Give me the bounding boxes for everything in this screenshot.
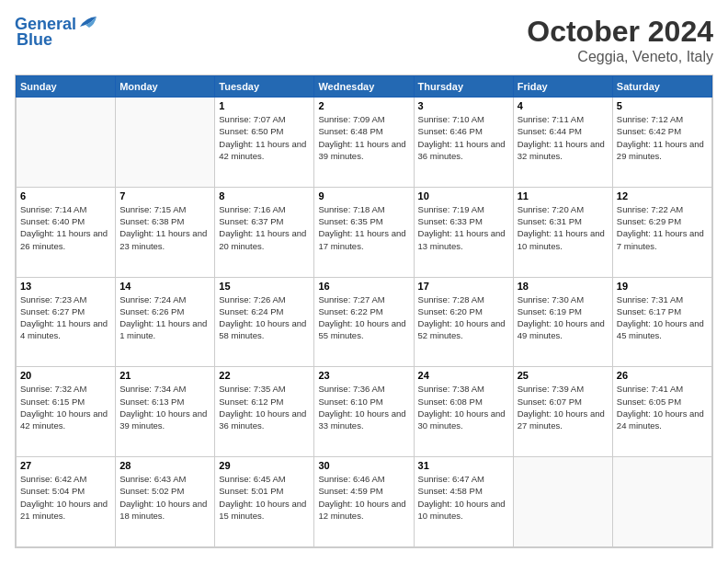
calendar-cell: 6Sunrise: 7:14 AM Sunset: 6:40 PM Daylig… <box>17 187 116 277</box>
weekday-row: SundayMondayTuesdayWednesdayThursdayFrid… <box>17 76 712 98</box>
day-number: 6 <box>20 190 111 201</box>
calendar-header: SundayMondayTuesdayWednesdayThursdayFrid… <box>17 76 712 98</box>
calendar-week-row: 27Sunrise: 6:42 AM Sunset: 5:04 PM Dayli… <box>17 457 712 547</box>
day-info: Sunrise: 7:26 AM Sunset: 6:24 PM Dayligh… <box>219 293 310 342</box>
calendar-cell: 27Sunrise: 6:42 AM Sunset: 5:04 PM Dayli… <box>17 457 116 547</box>
day-info: Sunrise: 7:10 AM Sunset: 6:46 PM Dayligh… <box>418 113 509 162</box>
calendar-cell: 9Sunrise: 7:18 AM Sunset: 6:35 PM Daylig… <box>314 187 414 277</box>
day-number: 19 <box>617 281 708 292</box>
logo-wing-icon <box>78 16 98 29</box>
calendar-cell: 23Sunrise: 7:36 AM Sunset: 6:10 PM Dayli… <box>314 367 414 457</box>
header: General Blue October 2024 Ceggia, Veneto… <box>15 15 713 65</box>
weekday-header: Thursday <box>414 76 513 98</box>
day-info: Sunrise: 7:32 AM Sunset: 6:15 PM Dayligh… <box>20 383 111 431</box>
day-number: 16 <box>318 281 409 292</box>
calendar-cell: 4Sunrise: 7:11 AM Sunset: 6:44 PM Daylig… <box>513 98 612 188</box>
day-info: Sunrise: 7:20 AM Sunset: 6:31 PM Dayligh… <box>518 203 609 252</box>
weekday-header: Friday <box>513 76 612 98</box>
day-info: Sunrise: 7:30 AM Sunset: 6:19 PM Dayligh… <box>518 293 609 342</box>
calendar-subtitle: Ceggia, Veneto, Italy <box>527 49 713 65</box>
calendar-cell: 16Sunrise: 7:27 AM Sunset: 6:22 PM Dayli… <box>314 277 414 367</box>
day-info: Sunrise: 7:27 AM Sunset: 6:22 PM Dayligh… <box>318 293 409 342</box>
calendar-cell: 7Sunrise: 7:15 AM Sunset: 6:38 PM Daylig… <box>116 187 215 277</box>
day-info: Sunrise: 6:46 AM Sunset: 4:59 PM Dayligh… <box>318 473 409 522</box>
weekday-header: Wednesday <box>314 76 414 98</box>
day-number: 24 <box>418 370 509 381</box>
day-number: 23 <box>318 370 409 381</box>
day-info: Sunrise: 6:43 AM Sunset: 5:02 PM Dayligh… <box>119 473 210 522</box>
day-number: 4 <box>518 100 609 111</box>
day-number: 28 <box>119 460 210 471</box>
calendar-cell: 29Sunrise: 6:45 AM Sunset: 5:01 PM Dayli… <box>215 457 314 547</box>
day-info: Sunrise: 7:16 AM Sunset: 6:37 PM Dayligh… <box>219 203 310 252</box>
day-number: 29 <box>219 460 310 471</box>
day-number: 2 <box>318 100 409 111</box>
day-number: 13 <box>20 281 111 292</box>
calendar-cell: 12Sunrise: 7:22 AM Sunset: 6:29 PM Dayli… <box>612 187 711 277</box>
weekday-header: Monday <box>116 76 215 98</box>
calendar-cell: 24Sunrise: 7:38 AM Sunset: 6:08 PM Dayli… <box>414 367 513 457</box>
day-info: Sunrise: 7:24 AM Sunset: 6:26 PM Dayligh… <box>119 293 210 342</box>
day-number: 27 <box>20 460 111 471</box>
day-info: Sunrise: 7:28 AM Sunset: 6:20 PM Dayligh… <box>418 293 509 342</box>
day-info: Sunrise: 7:15 AM Sunset: 6:38 PM Dayligh… <box>119 203 210 252</box>
calendar-cell <box>17 98 116 188</box>
day-info: Sunrise: 7:07 AM Sunset: 6:50 PM Dayligh… <box>219 113 310 162</box>
calendar-cell: 13Sunrise: 7:23 AM Sunset: 6:27 PM Dayli… <box>17 277 116 367</box>
weekday-header: Sunday <box>17 76 116 98</box>
day-number: 18 <box>518 281 609 292</box>
day-number: 1 <box>219 100 310 111</box>
calendar-cell: 3Sunrise: 7:10 AM Sunset: 6:46 PM Daylig… <box>414 98 513 188</box>
day-number: 14 <box>119 281 210 292</box>
calendar-cell: 19Sunrise: 7:31 AM Sunset: 6:17 PM Dayli… <box>612 277 711 367</box>
calendar-cell: 11Sunrise: 7:20 AM Sunset: 6:31 PM Dayli… <box>513 187 612 277</box>
day-info: Sunrise: 7:23 AM Sunset: 6:27 PM Dayligh… <box>20 293 111 342</box>
calendar-week-row: 20Sunrise: 7:32 AM Sunset: 6:15 PM Dayli… <box>17 367 712 457</box>
day-number: 9 <box>318 190 409 201</box>
calendar: SundayMondayTuesdayWednesdayThursdayFrid… <box>15 75 713 548</box>
calendar-body: 1Sunrise: 7:07 AM Sunset: 6:50 PM Daylig… <box>17 98 712 547</box>
calendar-cell <box>612 457 711 547</box>
day-number: 7 <box>119 190 210 201</box>
title-block: October 2024 Ceggia, Veneto, Italy <box>527 15 713 65</box>
calendar-cell: 20Sunrise: 7:32 AM Sunset: 6:15 PM Dayli… <box>17 367 116 457</box>
calendar-cell: 5Sunrise: 7:12 AM Sunset: 6:42 PM Daylig… <box>612 98 711 188</box>
day-info: Sunrise: 7:11 AM Sunset: 6:44 PM Dayligh… <box>518 113 609 162</box>
calendar-table: SundayMondayTuesdayWednesdayThursdayFrid… <box>16 75 712 547</box>
weekday-header: Saturday <box>612 76 711 98</box>
page: General Blue October 2024 Ceggia, Veneto… <box>0 0 728 563</box>
calendar-cell: 2Sunrise: 7:09 AM Sunset: 6:48 PM Daylig… <box>314 98 414 188</box>
calendar-cell: 18Sunrise: 7:30 AM Sunset: 6:19 PM Dayli… <box>513 277 612 367</box>
calendar-title: October 2024 <box>527 15 713 49</box>
day-number: 11 <box>518 190 609 201</box>
day-info: Sunrise: 7:14 AM Sunset: 6:40 PM Dayligh… <box>20 203 111 252</box>
calendar-cell: 10Sunrise: 7:19 AM Sunset: 6:33 PM Dayli… <box>414 187 513 277</box>
calendar-week-row: 6Sunrise: 7:14 AM Sunset: 6:40 PM Daylig… <box>17 187 712 277</box>
day-info: Sunrise: 7:09 AM Sunset: 6:48 PM Dayligh… <box>318 113 409 162</box>
day-info: Sunrise: 7:18 AM Sunset: 6:35 PM Dayligh… <box>318 203 409 252</box>
day-info: Sunrise: 7:12 AM Sunset: 6:42 PM Dayligh… <box>617 113 708 162</box>
day-info: Sunrise: 7:36 AM Sunset: 6:10 PM Dayligh… <box>318 383 409 431</box>
day-info: Sunrise: 7:22 AM Sunset: 6:29 PM Dayligh… <box>617 203 708 252</box>
calendar-cell: 21Sunrise: 7:34 AM Sunset: 6:13 PM Dayli… <box>116 367 215 457</box>
calendar-cell <box>513 457 612 547</box>
day-number: 21 <box>119 370 210 381</box>
calendar-cell: 17Sunrise: 7:28 AM Sunset: 6:20 PM Dayli… <box>414 277 513 367</box>
day-number: 30 <box>318 460 409 471</box>
calendar-cell <box>116 98 215 188</box>
day-info: Sunrise: 7:19 AM Sunset: 6:33 PM Dayligh… <box>418 203 509 252</box>
day-info: Sunrise: 7:31 AM Sunset: 6:17 PM Dayligh… <box>617 293 708 342</box>
day-number: 15 <box>219 281 310 292</box>
day-info: Sunrise: 6:45 AM Sunset: 5:01 PM Dayligh… <box>219 473 310 522</box>
calendar-week-row: 13Sunrise: 7:23 AM Sunset: 6:27 PM Dayli… <box>17 277 712 367</box>
day-info: Sunrise: 7:39 AM Sunset: 6:07 PM Dayligh… <box>518 383 609 431</box>
day-number: 20 <box>20 370 111 381</box>
logo-blue-text: Blue <box>17 30 52 50</box>
calendar-cell: 8Sunrise: 7:16 AM Sunset: 6:37 PM Daylig… <box>215 187 314 277</box>
day-number: 8 <box>219 190 310 201</box>
day-info: Sunrise: 7:41 AM Sunset: 6:05 PM Dayligh… <box>617 383 708 431</box>
calendar-cell: 30Sunrise: 6:46 AM Sunset: 4:59 PM Dayli… <box>314 457 414 547</box>
calendar-cell: 14Sunrise: 7:24 AM Sunset: 6:26 PM Dayli… <box>116 277 215 367</box>
day-number: 12 <box>617 190 708 201</box>
day-info: Sunrise: 7:35 AM Sunset: 6:12 PM Dayligh… <box>219 383 310 431</box>
